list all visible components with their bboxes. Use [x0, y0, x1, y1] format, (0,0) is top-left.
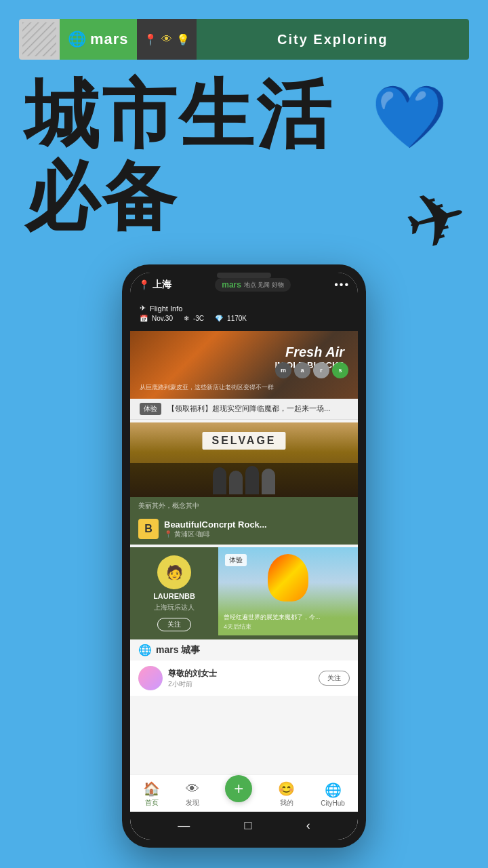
selvage-bottom-bar: 美丽其外，概念其中: [130, 497, 358, 516]
hero-desc: 从巨鹿路到蒙皮亚，这些新店让老街区变得不一样: [140, 383, 274, 392]
notice-avatar: [138, 666, 163, 690]
selvage-card[interactable]: SELVAGE 美丽其外，概念其中 B: [130, 422, 358, 545]
location-icon-small: 📍: [164, 530, 172, 538]
balloon-tag: 体验: [225, 554, 247, 566]
bulb-icon: 💡: [176, 33, 190, 46]
eye-icon: 👁: [161, 33, 172, 45]
texture-icon: [22, 22, 56, 56]
location-label[interactable]: 📍 上海: [138, 279, 171, 291]
plus-icon: +: [234, 779, 243, 798]
cityhub-icon: 🌐: [325, 782, 342, 798]
date-row: 📅 Nov.30: [140, 315, 173, 322]
hero-title-line1: Fresh Air: [274, 344, 344, 360]
mars-brand-label: mars: [90, 31, 129, 48]
selvage-sign: SELVAGE: [202, 432, 285, 450]
heart-icon: 💙: [371, 81, 447, 153]
phone-notch: [217, 273, 271, 278]
user-name: LAURENBB: [153, 592, 195, 600]
bottom-cards-row: 🧑 LAURENBB 上海玩乐达人 关注 体验 曾经红遍世界的展览来魔都了，今.…: [130, 547, 358, 639]
notice-title: 尊敬的刘女士: [168, 668, 313, 679]
discover-icon: 👁: [186, 781, 199, 797]
user-subtitle: 上海玩乐达人: [154, 603, 195, 612]
main-title: 城市生活 必备: [24, 73, 333, 237]
phone-screen: 📍 上海 mars 地点 见闻 好物 ••• ✈ Flight Info: [130, 273, 358, 840]
date-value: Nov.30: [152, 315, 173, 322]
city-exploring-label: City Exploring: [277, 32, 388, 47]
balloon-shape: [268, 554, 308, 601]
balloon-end: 4天后结束: [224, 623, 251, 631]
balloon-caption: 曾经红遍世界的展览来魔都了，今...: [224, 613, 352, 622]
app-brand[interactable]: mars 地点 见闻 好物: [215, 278, 291, 292]
phone-mockup: 📍 上海 mars 地点 见闻 好物 ••• ✈ Flight Info: [122, 264, 366, 848]
brand-name: mars: [222, 280, 241, 290]
notice-row[interactable]: 尊敬的刘女士 2小时前 关注: [130, 660, 358, 696]
card1-tag: 体验: [140, 403, 161, 415]
notice-time: 2小时前: [168, 679, 313, 689]
gem-icon: 💎: [215, 315, 223, 322]
follow-button[interactable]: 关注: [157, 618, 191, 631]
flight-info-card: ✈ Flight Info 📅 Nov.30 ❄ -3C 💎 1: [130, 297, 358, 331]
notice-follow-button[interactable]: 关注: [319, 671, 350, 686]
brand-sub: 地点 见闻 好物: [244, 281, 284, 290]
selvage-name: BeautifulConcrpt Rock...: [164, 519, 267, 530]
pin-icon: 📍: [144, 33, 157, 46]
mine-icon: 😊: [278, 781, 295, 797]
home-button[interactable]: □: [245, 818, 252, 833]
nav-cityhub[interactable]: 🌐 CityHub: [321, 782, 345, 807]
mars-story-title: mars 城事: [156, 644, 200, 656]
points-value: 1170K: [227, 315, 247, 322]
city-name: 上海: [152, 279, 171, 291]
mars-avatars: m a r s: [275, 362, 348, 378]
snowflake-icon: ❄: [184, 315, 189, 322]
flight-info-row: ✈ Flight Info: [140, 304, 348, 313]
selvage-b-icon: B: [138, 519, 159, 539]
calendar-icon: 📅: [140, 315, 148, 322]
title-line1: 城市生活: [24, 73, 333, 155]
nav-discover-label: 发现: [186, 798, 199, 808]
card1-caption[interactable]: 体验 【领取福利】超现实空间降临魔都，一起来一场...: [130, 399, 358, 420]
nav-publish-button[interactable]: +: [225, 775, 252, 802]
hero-image-card[interactable]: Fresh Air IN OLD BLOCKS 从巨鹿路到蒙皮亚，这些新店让老街…: [130, 331, 358, 399]
notice-text: 尊敬的刘女士 2小时前: [168, 668, 313, 689]
recent-button[interactable]: ‹: [306, 818, 310, 833]
points-row: 💎 1170K: [215, 315, 247, 322]
back-button[interactable]: —: [178, 818, 190, 833]
banner-mars-section: 🌐 mars: [60, 19, 137, 60]
user-card[interactable]: 🧑 LAURENBB 上海玩乐达人 关注: [130, 547, 218, 639]
selvage-info: BeautifulConcrpt Rock... 📍 黄浦区·咖啡: [164, 519, 267, 539]
phone-content: ✈ Flight Info 📅 Nov.30 ❄ -3C 💎 1: [130, 297, 358, 812]
nav-cityhub-label: CityHub: [321, 800, 345, 807]
mars-story-section: 🌐 mars 城事: [130, 639, 358, 660]
banner-icons-section: 📍 👁 💡: [137, 19, 197, 60]
home-icon: 🏠: [143, 781, 160, 797]
selvage-loc-text: 黄浦区·咖啡: [174, 530, 210, 538]
location-pin-icon: 📍: [138, 279, 150, 290]
title-line2: 必备: [24, 155, 333, 237]
nav-mine[interactable]: 😊 我的: [278, 781, 295, 808]
mars-globe-icon: 🌐: [138, 644, 152, 656]
temp-row: ❄ -3C: [184, 315, 204, 322]
avatar-a: a: [294, 362, 310, 378]
temp-value: -3C: [193, 315, 204, 322]
selvage-location: 📍 黄浦区·咖啡: [164, 530, 267, 539]
selvage-image: SELVAGE: [130, 422, 358, 497]
nav-discover[interactable]: 👁 发现: [186, 781, 199, 808]
nav-mine-label: 我的: [280, 798, 293, 808]
avatar-s: s: [332, 362, 348, 378]
nav-home-label: 首页: [145, 798, 159, 808]
banner-city-section: City Exploring: [197, 19, 469, 60]
flight-info-label: Flight Info: [150, 304, 182, 313]
svg-rect-1: [22, 22, 56, 56]
balloon-card[interactable]: 体验 曾经红遍世界的展览来魔都了，今... 4天后结束: [218, 547, 358, 635]
user-avatar: 🧑: [157, 555, 191, 589]
globe-icon: 🌐: [68, 31, 86, 48]
selvage-card-tag: 美丽其外，概念其中: [138, 501, 350, 511]
bottom-nav: 🏠 首页 👁 发现 + 😊 我的 🌐 CityHub: [130, 774, 358, 812]
top-banner: 🌐 mars 📍 👁 💡 City Exploring: [19, 19, 469, 60]
banner-texture: [19, 19, 60, 60]
avatar-m: m: [275, 362, 291, 378]
nav-home[interactable]: 🏠 首页: [143, 781, 160, 808]
more-menu-button[interactable]: •••: [334, 279, 350, 291]
avatar-r: r: [313, 362, 329, 378]
phone-home-bar: — □ ‹: [130, 812, 358, 840]
